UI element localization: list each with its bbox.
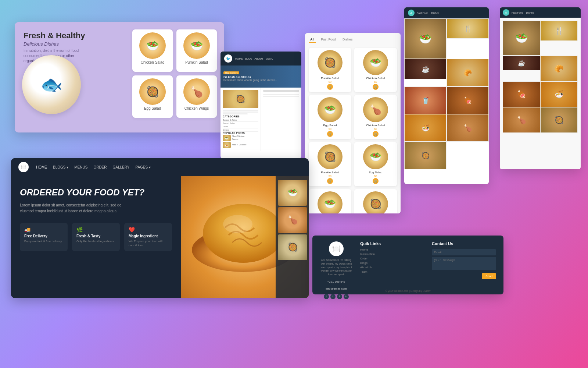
menu2-nav-dishes[interactable]: Dishes [526, 11, 534, 14]
menu-card-1: 🥘 Pumkin Salad $0 🛒 [309, 48, 351, 92]
popular-thumb-1: 🥗 [223, 135, 231, 141]
nav-home[interactable]: HOME [36, 165, 47, 169]
photo-nav-fastfood[interactable]: Fast Food [417, 12, 429, 14]
menu-img-1: 🥘 [318, 50, 343, 75]
footer-contact: Contact Us Send [432, 241, 496, 279]
food-circle-1: 🥗 [139, 32, 166, 59]
contact-email-input[interactable] [432, 249, 496, 255]
photo-1: 🥗 [404, 18, 447, 59]
popular-posts: POPULAR POSTS 🥗 Bbq ChickenBreast 🍝 Mac … [223, 132, 258, 148]
menu-card-2: 🥗 Chicken Salad $0 🛒 [354, 48, 397, 92]
cart-btn-1[interactable]: 🛒 [327, 84, 333, 90]
blog-nav-about[interactable]: ABOUT [254, 57, 263, 60]
menu-card-name-5: Pumkin Salad [311, 171, 349, 174]
food-name-1: Chicken Salad [135, 60, 170, 64]
food-item-4: 🍗 Chicken Wings [176, 75, 217, 118]
feature-fresh-tasty: 🌿 Fresh & Tasty Only the freshest ingred… [72, 223, 120, 251]
footer-link-blogs[interactable]: Blogs [360, 261, 424, 265]
footer-link-home[interactable]: Home [360, 248, 424, 251]
footer-copyright: © your Website.com | Design by ulvDev [312, 290, 503, 292]
menu-card-price-5: $0 [311, 175, 349, 177]
contact-message-textarea[interactable] [432, 257, 496, 270]
menu-card-8: 🥘 Egg Salad $0 🛒 [354, 189, 397, 213]
delivery-icon: 🚚 [24, 227, 63, 233]
blog-right-text-1 [263, 94, 299, 95]
menu-tabs: All Fast Food Dishes [309, 37, 354, 43]
social-twitter[interactable]: t [324, 294, 329, 299]
svg-point-1 [203, 204, 284, 263]
photo-7: 🍜 [404, 114, 447, 142]
blog-right [261, 88, 301, 151]
footer-brand-desc: ark: Sometimes I'm talking with others, … [320, 258, 353, 276]
order-features: 🚚 Free Delivery Enjoy our fast & free de… [20, 223, 172, 251]
blog-right-text-2 [263, 96, 299, 97]
menu-tab-fastfood[interactable]: Fast Food [320, 37, 338, 43]
blog-nav-home[interactable]: HOME [235, 57, 243, 60]
food-item-2: 🥗 Pumkin Salad [176, 29, 217, 72]
social-linkedin[interactable]: in [344, 294, 349, 299]
food-grid: 🥗 Chicken Salad 🥗 Pumkin Salad 🥘 Egg Sal… [132, 29, 217, 118]
menu-card-7: 🥗 Egg Salad $0 🛒 [309, 189, 351, 213]
nav-order[interactable]: ORDER [93, 165, 107, 169]
order-nav-links: HOME BLOGS ▾ MENUS ORDER GALLERY PAGES ▾ [36, 165, 151, 169]
main-plate: 🐟 [22, 55, 81, 114]
cart-btn-4[interactable]: 🛒 [373, 131, 379, 137]
menu2-photo-8: 🥘 [540, 107, 578, 133]
footer-link-info[interactable]: Information [360, 252, 424, 256]
menu2-nav: Fast Food Dishes [512, 11, 534, 14]
menu-card-3: 🥗 Egg Salad $0 🛒 [309, 95, 351, 139]
food-circle-2: 🥗 [183, 32, 210, 59]
photo-6: 🍖 [447, 86, 489, 114]
menu-tab-dishes[interactable]: Dishes [341, 37, 354, 43]
menu2-nav-fastfood[interactable]: Fast Food [512, 11, 523, 14]
blog-categories: CATEGORIES Burger & Fries Soup / Salad P… [223, 115, 258, 132]
blog-body: 🥘 CATEGORIES Burger & Fries Soup / Salad… [220, 88, 301, 151]
cart-btn-3[interactable]: 🛒 [327, 131, 333, 137]
menu-img-7: 🥗 [318, 191, 343, 213]
popular-info-2: Mac N Cheese [232, 144, 247, 146]
food-item-1: 🥗 Chicken Salad [132, 29, 173, 72]
fresh-tasty-desc: Only the freshest ingredients [76, 239, 115, 243]
cat-item-2: Soup / Salad [223, 122, 258, 125]
menu2-photo-3: ☕ [503, 56, 540, 70]
footer-link-team[interactable]: Team [360, 270, 424, 273]
magic-desc: We Prepare your food with care & love [129, 239, 168, 247]
blog-title: BLOGS-CLASSIC [223, 75, 298, 79]
card-photo-grid: A Fast Food Dishes 🥗 🍴 ☕ 🥐 🥤 🍖 🍜 🍗 🥘 [404, 7, 489, 184]
cat-item-3: Pasta [223, 125, 258, 128]
cart-btn-5[interactable]: 🛒 [327, 178, 333, 184]
food-name-4: Chicken Wings [179, 106, 214, 110]
blog-nav-blog[interactable]: BLOG [245, 57, 252, 60]
magic-title: Magic ingredient [129, 234, 168, 238]
blog-text-1 [223, 110, 258, 111]
send-button[interactable]: Send [482, 273, 496, 279]
card-menu-grid-2: A Fast Food Dishes 🥗 🍴 ☕ 🥐 🍖 🍜 🍗 🥘 [500, 7, 581, 169]
social-facebook[interactable]: f [337, 294, 342, 299]
cart-btn-2[interactable]: 🛒 [373, 84, 379, 90]
search-bar [263, 90, 299, 92]
menu-card-5: 🥘 Pumkin Salad $0 🛒 [309, 142, 351, 186]
photo-nav-dishes[interactable]: Dishes [431, 12, 439, 14]
nav-pages[interactable]: PAGES ▾ [135, 165, 151, 169]
popular-info-1: Bbq ChickenBreast [232, 135, 244, 141]
cart-btn-6[interactable]: 🛒 [373, 178, 379, 184]
nav-gallery[interactable]: GALLERY [113, 165, 130, 169]
menu-tab-all[interactable]: All [309, 37, 316, 43]
photo-2: 🍴 [447, 18, 489, 39]
menu2-photo-grid: 🥗 🍴 ☕ 🥐 🍖 🍜 🍗 🥘 [503, 21, 578, 133]
categories-title: CATEGORIES [223, 115, 258, 118]
blog-food-image: 🥘 [223, 90, 258, 108]
menu-img-3: 🥗 [318, 97, 343, 122]
nav-blogs[interactable]: BLOGS ▾ [53, 165, 68, 169]
nav-menus[interactable]: MENUS [74, 165, 87, 169]
blog-hero: Blog Content BLOGS-CLASSIC Read more abo… [220, 66, 301, 88]
blog-logo: 🐦 [224, 54, 232, 63]
blog-nav-menu[interactable]: MENU [266, 57, 273, 60]
card-footer: 🍽️ ark: Sometimes I'm talking with other… [312, 236, 503, 294]
menu-card-price-4: $0 [356, 128, 395, 130]
footer-link-order[interactable]: Order [360, 257, 424, 260]
food-item-3: 🥘 Egg Salad [132, 75, 173, 118]
footer-link-about[interactable]: About Us [360, 266, 424, 269]
order-headline: ORDERED YOUR FOOD YET? [20, 187, 172, 198]
social-twitter2[interactable]: t [330, 294, 336, 299]
